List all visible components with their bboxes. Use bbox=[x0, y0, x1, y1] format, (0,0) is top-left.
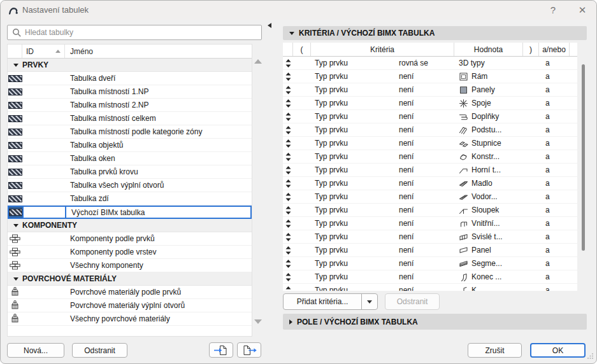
new-schedule-button[interactable]: Nová... bbox=[7, 343, 64, 358]
row-drag-handle[interactable] bbox=[283, 86, 293, 94]
ok-button[interactable]: OK bbox=[530, 343, 586, 358]
panel-collapse-icon[interactable] bbox=[268, 23, 271, 28]
criteria-row[interactable]: Typ prvkuneníPanela bbox=[283, 244, 577, 257]
criteria-name: Typ prvku bbox=[311, 259, 399, 268]
row-drag-handle[interactable] bbox=[283, 59, 293, 67]
list-item[interactable]: Tabulka místností 2.NP bbox=[8, 99, 252, 112]
criteria-operator: není bbox=[399, 125, 454, 134]
criteria-row[interactable]: Typ prvkuneníPodstu...a bbox=[283, 123, 577, 137]
row-drag-handle[interactable] bbox=[283, 113, 293, 121]
row-drag-handle[interactable] bbox=[283, 73, 293, 81]
section-header[interactable]: KOMPONENTY bbox=[8, 219, 252, 232]
criteria-row[interactable]: Typ prvkuneníKonec ...a bbox=[283, 270, 577, 284]
criteria-row[interactable]: Typ prvkuneníSegme...a bbox=[283, 257, 577, 270]
list-item-name: Tabulka prvků krovu bbox=[65, 167, 252, 176]
row-drag-handle[interactable] bbox=[283, 206, 293, 214]
list-item[interactable]: Tabulka dveří bbox=[8, 72, 252, 85]
id-column-header[interactable]: ID bbox=[22, 45, 65, 58]
import-button[interactable] bbox=[209, 342, 233, 358]
criteria-operator: není bbox=[399, 192, 454, 201]
criteria-row[interactable]: Typ prvkuneníK...a bbox=[283, 284, 577, 291]
criteria-row[interactable]: Typ prvkuneníDoplňkya bbox=[283, 110, 577, 123]
list-item[interactable]: Tabulka místností 1.NP bbox=[8, 85, 252, 99]
list-item[interactable]: Tabulka oken bbox=[8, 152, 252, 165]
resize-grip[interactable] bbox=[587, 353, 594, 361]
row-drag-handle[interactable] bbox=[283, 99, 293, 108]
criteria-row[interactable]: Typ prvkuneníSpojea bbox=[283, 97, 577, 110]
list-item[interactable]: Všechny komponenty bbox=[8, 259, 252, 272]
criteria-section-header[interactable]: KRITÉRIA / VÝCHOZÍ BIMX TABULKA bbox=[283, 26, 587, 40]
criteria-row[interactable]: Typ prvkuneníKonstr...a bbox=[283, 150, 577, 164]
row-drag-handle[interactable] bbox=[283, 220, 293, 228]
tread-icon bbox=[459, 125, 468, 135]
schedule-icon bbox=[8, 152, 22, 165]
section-header[interactable]: POVRCHOVÉ MATERIÁLY bbox=[8, 272, 252, 286]
list-item[interactable]: Všechny povrchové materiály bbox=[8, 312, 252, 326]
scroll-up-arrow[interactable] bbox=[254, 59, 262, 64]
section-label: PRVKY bbox=[22, 60, 48, 69]
row-drag-handle[interactable] bbox=[283, 153, 293, 161]
row-drag-handle[interactable] bbox=[283, 273, 293, 281]
section-header[interactable]: PRVKY bbox=[8, 59, 252, 72]
list-item[interactable]: Tabulka všech výplní otvorů bbox=[8, 179, 252, 192]
criteria-row[interactable]: Typ prvkuneníStupnicea bbox=[283, 137, 577, 150]
criteria-value: Vodor... bbox=[454, 192, 523, 202]
criteria-name: Typ prvku bbox=[311, 59, 399, 67]
row-drag-handle[interactable] bbox=[283, 166, 293, 174]
list-item-name: Tabulka zdí bbox=[65, 194, 252, 203]
criteria-row[interactable]: Typ prvkuneníSvislé t...a bbox=[283, 230, 577, 244]
drag-handle-icon bbox=[285, 126, 291, 134]
criteria-row[interactable]: Typ prvkuneníPanelya bbox=[283, 83, 577, 97]
cancel-label: Zrušit bbox=[486, 346, 505, 355]
criteria-value: Sloupek bbox=[454, 206, 523, 215]
ok-label: OK bbox=[552, 346, 563, 355]
scroll-down-arrow[interactable] bbox=[254, 319, 262, 324]
row-drag-handle[interactable] bbox=[283, 179, 293, 188]
search-input[interactable] bbox=[25, 26, 259, 39]
list-item[interactable]: Tabulka objektů bbox=[8, 139, 252, 152]
row-drag-handle[interactable] bbox=[283, 286, 293, 291]
list-item[interactable]: Povrchové materiály výplní otvorů bbox=[8, 299, 252, 312]
list-item[interactable]: Tabulka prvků krovu bbox=[8, 165, 252, 179]
remove-criteria-button[interactable]: Odstranit bbox=[385, 293, 440, 310]
criteria-row[interactable]: Typ prvkuneníVodor...a bbox=[283, 190, 577, 204]
stair-grade-icon bbox=[459, 139, 468, 148]
row-drag-handle[interactable] bbox=[283, 139, 293, 148]
row-drag-handle[interactable] bbox=[283, 260, 293, 268]
criteria-row[interactable]: Typ prvkurovná se3D typya bbox=[283, 57, 577, 70]
cancel-button[interactable]: Zrušit bbox=[468, 343, 522, 358]
criteria-cell: Typ prvkunení bbox=[311, 206, 454, 214]
criteria-section-title: KRITÉRIA / VÝCHOZÍ BIMX TABULKA bbox=[299, 29, 435, 38]
list-item[interactable]: Tabulka zdí bbox=[8, 192, 252, 206]
criteria-row[interactable]: Typ prvkuneníSloupeka bbox=[283, 204, 577, 217]
row-drag-handle[interactable] bbox=[283, 233, 293, 241]
add-criteria-dropdown[interactable] bbox=[361, 294, 377, 309]
drag-handle-icon bbox=[285, 193, 291, 201]
criteria-row[interactable]: Typ prvkuneníMadloa bbox=[283, 177, 577, 190]
list-item[interactable]: Tabulka místností celkem bbox=[8, 112, 252, 125]
list-item-selected[interactable]: Výchozí BIMx tabulka bbox=[8, 206, 252, 219]
criteria-scrollbar-thumb[interactable] bbox=[582, 64, 585, 251]
export-button[interactable] bbox=[237, 342, 261, 358]
row-drag-handle[interactable] bbox=[283, 246, 293, 255]
list-item[interactable]: Tabulka místností podle kategorie zóny bbox=[8, 125, 252, 139]
help-button[interactable]: ? bbox=[545, 1, 561, 20]
list-item[interactable]: Povrchové materiály podle prvků bbox=[8, 286, 252, 299]
close-button[interactable]: ✕ bbox=[573, 1, 592, 20]
list-item[interactable]: Komponenty podle vrstev bbox=[8, 246, 252, 259]
add-criteria-button[interactable]: Přidat kritéria... bbox=[284, 294, 361, 309]
row-drag-handle[interactable] bbox=[283, 193, 293, 201]
accessories-icon bbox=[459, 112, 468, 122]
fields-section-header[interactable]: POLE / VÝCHOZÍ BIMX TABULKA bbox=[283, 314, 587, 330]
delete-schedule-button[interactable]: Odstranit bbox=[72, 343, 127, 358]
criteria-row[interactable]: Typ prvkuneníHorní t...a bbox=[283, 164, 577, 177]
row-drag-handle[interactable] bbox=[283, 126, 293, 134]
frame-icon bbox=[459, 72, 468, 81]
criteria-row[interactable]: Typ prvkuneníRáma bbox=[283, 70, 577, 83]
list-item-name: Komponenty podle prvků bbox=[65, 234, 252, 243]
criteria-operator: není bbox=[399, 165, 454, 174]
surface-icon bbox=[8, 286, 22, 298]
criteria-row[interactable]: Typ prvkuneníVnitřní...a bbox=[283, 217, 577, 230]
list-item[interactable]: Komponenty podle prvků bbox=[8, 232, 252, 246]
name-column-header[interactable]: Jméno bbox=[65, 45, 252, 58]
